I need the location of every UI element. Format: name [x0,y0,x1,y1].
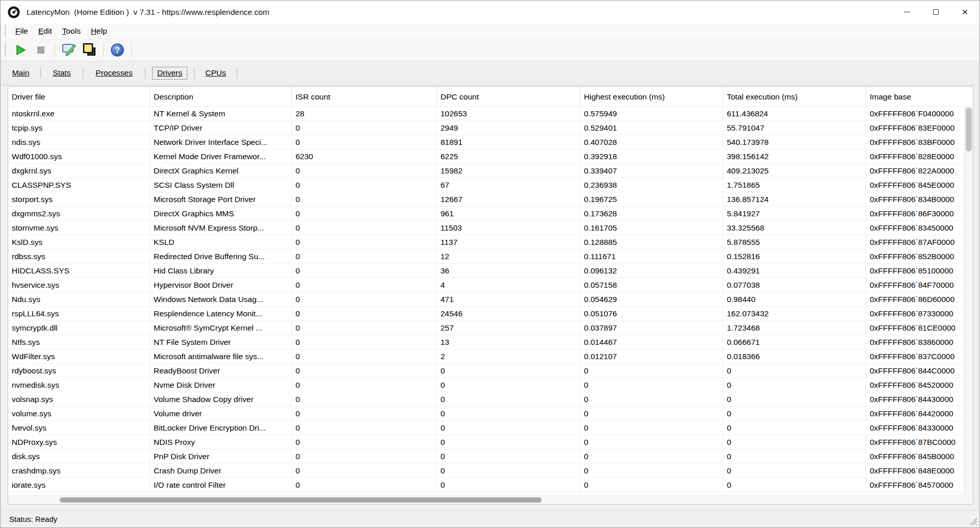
table-row[interactable]: WdFilter.sys Microsoft antimalware file … [8,349,964,364]
cell-image-base: 0xFFFFF806`86D60000 [866,292,964,306]
table-row[interactable]: Ndu.sys Windows Network Data Usag... 0 4… [8,292,964,307]
table-row[interactable]: volume.sys Volume driver 0 0 0 0 0xFFFFF… [8,407,964,421]
column-header-description[interactable]: Description [150,87,292,106]
status-text: Status: Ready [9,515,57,523]
table-row[interactable]: disk.sys PnP Disk Driver 0 0 0 0 0xFFFFF… [8,449,964,464]
cell-driver-file: HIDCLASS.SYS [8,264,150,278]
tab-main[interactable]: Main [1,61,40,85]
table-row[interactable]: CLASSPNP.SYS SCSI Class System Dll 0 67 … [8,178,964,192]
cell-driver-file: volume.sys [8,407,150,420]
cell-isr-count: 0 [292,192,437,206]
cell-description: ReadyBoost Driver [150,364,292,378]
cell-total-execution: 0.018366 [723,349,866,363]
cell-driver-file: rspLLL64.sys [8,307,150,320]
close-button[interactable]: ✕ [950,1,979,23]
tab-stats[interactable]: Stats [41,61,83,85]
cell-isr-count: 0 [292,292,437,306]
cell-driver-file: Ndu.sys [8,292,150,306]
cell-dpc-count: 0 [437,364,580,378]
table-row[interactable]: rspLLL64.sys Resplendence Latency Monit.… [8,307,964,321]
cell-highest-execution: 0.339407 [580,164,723,178]
cell-description: Nvme Disk Driver [150,378,292,392]
column-header-driver-file[interactable]: Driver file [8,87,150,106]
tab-cpus[interactable]: CPUs [194,61,237,85]
column-header-dpc-count[interactable]: DPC count [437,87,580,106]
table-row[interactable]: HIDCLASS.SYS Hid Class Library 0 36 0.09… [8,264,964,278]
cell-driver-file: KslD.sys [8,235,150,249]
cell-total-execution: 611.436824 [723,107,866,120]
help-button[interactable]: ? [108,41,127,59]
menu-item-tools[interactable]: Tools [57,24,86,38]
cell-highest-execution: 0.236938 [580,178,723,192]
cell-highest-execution: 0 [580,449,723,463]
table-row[interactable]: iorate.sys I/O rate control Filter 0 0 0… [8,478,964,492]
column-header-image-base[interactable]: Image base [866,87,973,106]
table-row[interactable]: rdbss.sys Redirected Drive Buffering Su.… [8,249,964,264]
cell-dpc-count: 0 [437,464,580,477]
toolbar-gripper [5,43,6,57]
tab-processes[interactable]: Processes [83,61,145,85]
toolbar-separator [131,42,132,58]
cell-isr-count: 0 [292,207,437,220]
cell-image-base: 0xFFFFF806`81CE0000 [866,321,964,335]
cell-description: DirectX Graphics MMS [150,207,292,220]
table-header: Driver file Description ISR count DPC co… [8,87,973,107]
cell-isr-count: 0 [292,392,437,406]
table-row[interactable]: Wdf01000.sys Kernel Mode Driver Framewor… [8,149,964,164]
cell-dpc-count: 24546 [437,307,580,320]
table-row[interactable]: symcryptk.dll Microsoft® SymCrypt Kernel… [8,321,964,335]
options-button[interactable] [60,41,78,59]
table-row[interactable]: rdyboost.sys ReadyBoost Driver 0 0 0 0 0… [8,364,964,378]
cell-image-base: 0xFFFFF806`83450000 [866,221,964,235]
horizontal-scrollbar-thumb[interactable] [60,497,542,502]
table-row[interactable]: crashdmp.sys Crash Dump Driver 0 0 0 0 0… [8,464,964,478]
cell-highest-execution: 0.051076 [580,307,723,320]
report-button[interactable] [80,41,99,59]
cell-total-execution: 0 [723,364,866,378]
table-row[interactable]: fvevol.sys BitLocker Drive Encryption Dr… [8,421,964,435]
horizontal-scrollbar[interactable] [8,495,964,504]
cell-description: NT File System Driver [150,335,292,349]
column-header-isr-count[interactable]: ISR count [292,87,437,106]
maximize-button[interactable] [921,1,950,23]
column-header-highest-execution[interactable]: Highest execution (ms) [580,87,723,106]
table-row[interactable]: volsnap.sys Volume Shadow Copy driver 0 … [8,392,964,407]
question-icon: ? [110,43,125,57]
table-row[interactable]: stornvme.sys Microsoft NVM Express Storp… [8,221,964,235]
tabbar: Main Stats Processes Drivers CPUs [1,61,979,85]
menu-item-help[interactable]: Help [86,24,112,38]
cell-driver-file: ntoskrnl.exe [8,107,150,120]
table-row[interactable]: nvmedisk.sys Nvme Disk Driver 0 0 0 0 0x… [8,378,964,392]
cell-isr-count: 0 [292,135,437,149]
table-row[interactable]: storport.sys Microsoft Storage Port Driv… [8,192,964,207]
table-row[interactable]: KslD.sys KSLD 0 1137 0.128885 5.878555 0… [8,235,964,249]
cell-driver-file: ndis.sys [8,135,150,149]
cell-image-base: 0xFFFFF806`834B0000 [866,192,964,206]
table-row[interactable]: hvservice.sys Hypervisor Boot Driver 0 4… [8,278,964,292]
menu-item-edit[interactable]: Edit [33,24,57,38]
cell-total-execution: 0.98440 [723,292,866,306]
table-row[interactable]: ntoskrnl.exe NT Kernel & System 28 10265… [8,107,964,121]
cell-driver-file: CLASSPNP.SYS [8,178,150,192]
table-row[interactable]: dxgmms2.sys DirectX Graphics MMS 0 961 0… [8,207,964,221]
cell-image-base: 0xFFFFF806`86F30000 [866,207,964,220]
cell-driver-file: nvmedisk.sys [8,378,150,392]
column-header-total-execution[interactable]: Total execution (ms) [723,87,866,106]
menu-item-file[interactable]: File [10,24,33,38]
table-row[interactable]: dxgkrnl.sys DirectX Graphics Kernel 0 15… [8,164,964,178]
tab-drivers[interactable]: Drivers [145,61,194,85]
table-row[interactable]: tcpip.sys TCP/IP Driver 0 2949 0.529401 … [8,121,964,135]
table-row[interactable]: ndis.sys Network Driver Interface Speci.… [8,135,964,149]
cell-driver-file: NDProxy.sys [8,435,150,449]
cell-highest-execution: 0 [580,478,723,492]
start-monitor-button[interactable] [11,41,30,59]
vertical-scrollbar-thumb[interactable] [966,108,972,152]
table-row[interactable]: Ntfs.sys NT File System Driver 0 13 0.01… [8,335,964,349]
minimize-button[interactable] [892,1,921,23]
resize-grip-icon[interactable] [970,518,977,525]
stop-monitor-button[interactable] [32,41,50,59]
cell-description: Volume driver [150,407,292,420]
table-row[interactable]: NDProxy.sys NDIS Proxy 0 0 0 0 0xFFFFF80… [8,435,964,449]
vertical-scrollbar[interactable] [964,107,973,495]
cell-highest-execution: 0 [580,464,723,477]
